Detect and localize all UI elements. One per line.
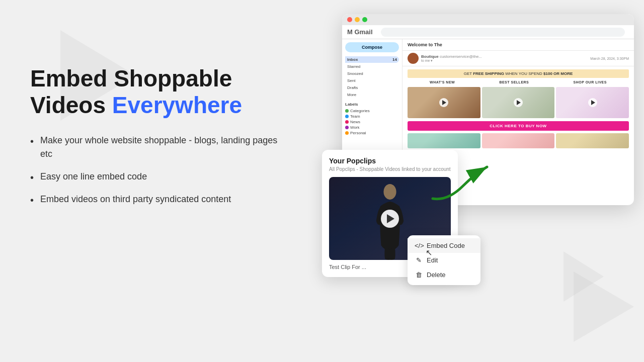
sidebar-drafts[interactable]: Drafts <box>345 84 399 91</box>
svg-point-0 <box>383 184 396 200</box>
product-thumb-3 <box>556 87 629 118</box>
gmail-logo: M Gmail <box>347 28 373 36</box>
sender-info: Boutique customerservice@the... to me ▾ <box>421 54 482 63</box>
product-small-3 <box>556 133 629 148</box>
context-embed-code[interactable]: </> Embed Code <box>408 238 480 253</box>
play-icon <box>387 214 394 223</box>
heading-line1: Embed Shoppable <box>30 65 232 92</box>
cta-button[interactable]: CLICK HERE TO BUY NOW <box>408 121 629 131</box>
main-heading: Embed Shoppable Videos Everywhere <box>30 65 282 119</box>
product-small-2 <box>482 133 555 148</box>
list-item: Embed videos on third party syndicated c… <box>30 193 282 206</box>
embed-code-icon: </> <box>415 242 423 249</box>
list-item: Easy one line embed code <box>30 170 282 184</box>
compose-button[interactable]: Compose <box>345 42 399 52</box>
nav-shop-lives: SHOP OUR LIVES <box>574 80 607 84</box>
embed-code-label: Embed Code <box>427 242 465 249</box>
heading-highlight: Everywhere <box>112 92 242 118</box>
sidebar-snoozed[interactable]: Snoozed <box>345 70 399 77</box>
mouse-cursor: ↖ <box>426 248 432 257</box>
play-triangle <box>517 100 521 105</box>
play-triangle <box>591 100 595 105</box>
sidebar-inbox[interactable]: Inbox 14 <box>345 56 399 63</box>
gmail-toolbar: M Gmail <box>342 25 634 39</box>
play-btn-2[interactable] <box>514 98 523 107</box>
window-minimize-dot <box>355 17 360 22</box>
right-panel: M Gmail Compose Inbox 14 Starred Snoozed… <box>292 0 644 362</box>
feature-list: Make your whole website shoppable - blog… <box>30 134 282 206</box>
green-arrow <box>428 161 493 208</box>
play-btn-1[interactable] <box>439 98 448 107</box>
delete-label: Delete <box>427 271 446 279</box>
promo-banner: GET FREE SHIPPING WHEN YOU SPEND $100 OR… <box>408 69 629 78</box>
product-small-1 <box>408 133 480 148</box>
product-thumb-2 <box>482 87 555 118</box>
sidebar-more[interactable]: More <box>345 92 399 98</box>
play-triangle <box>442 100 446 105</box>
nav-whats-new: WHAT'S NEW <box>430 80 455 84</box>
email-subject: Welcome to The <box>403 39 634 51</box>
play-button-large[interactable] <box>381 210 399 228</box>
delete-icon: 🗑 <box>415 271 423 279</box>
left-panel: Embed Shoppable Videos Everywhere Make y… <box>30 65 282 215</box>
product-thumb-1 <box>408 87 480 118</box>
gmail-titlebar <box>342 14 634 25</box>
email-content: GET FREE SHIPPING WHEN YOU SPEND $100 OR… <box>403 66 634 151</box>
product-row2 <box>408 133 629 148</box>
gmail-search[interactable] <box>381 28 625 37</box>
window-close-dot <box>347 17 352 22</box>
context-delete[interactable]: 🗑 Delete <box>408 267 480 282</box>
sidebar-starred[interactable]: Starred <box>345 63 399 70</box>
shop-nav: WHAT'S NEW BEST SELLERS SHOP OUR LIVES <box>408 80 629 84</box>
play-btn-3[interactable] <box>588 98 597 107</box>
window-maximize-dot <box>362 17 367 22</box>
email-meta: Boutique customerservice@the... to me ▾ … <box>403 51 634 66</box>
edit-icon: ✎ <box>415 256 423 264</box>
context-edit[interactable]: ✎ Edit <box>408 253 480 267</box>
arrow-svg <box>428 161 493 206</box>
context-menu: </> Embed Code ✎ Edit 🗑 Delete <box>408 235 480 285</box>
sidebar-sent[interactable]: Sent <box>345 77 399 84</box>
sender-avatar <box>408 53 419 64</box>
nav-best-sellers: BEST SELLERS <box>499 80 529 84</box>
edit-label: Edit <box>427 256 438 264</box>
list-item: Make your whole website shoppable - blog… <box>30 134 282 161</box>
heading-line2: Videos <box>30 92 112 118</box>
product-grid <box>408 87 629 118</box>
email-date: March 28, 2024, 3:30PM <box>590 57 629 60</box>
